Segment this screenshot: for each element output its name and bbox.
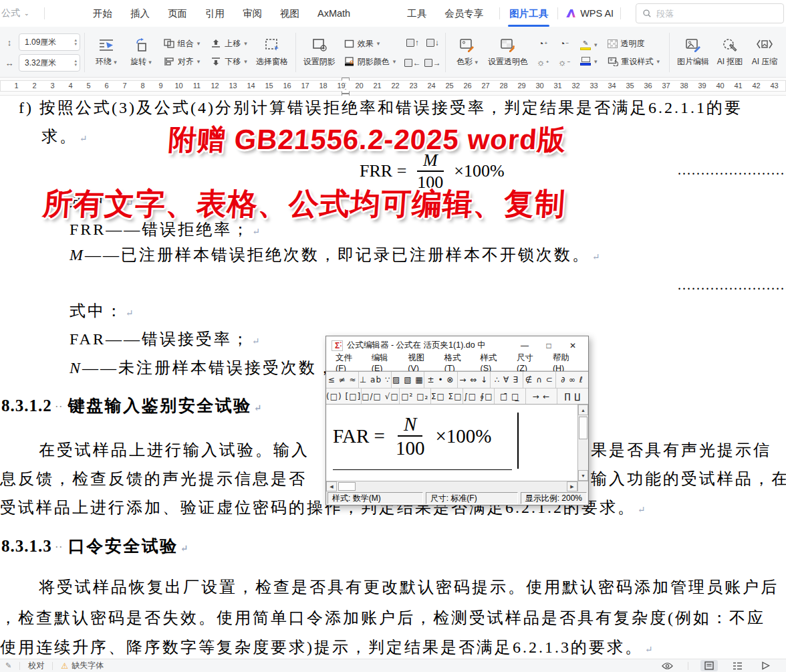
border-color-button[interactable]: ▾ (577, 55, 600, 67)
ribbon-tab[interactable]: 引用 (205, 7, 225, 20)
equation-editor-window[interactable]: Σ▪▪ 公式编辑器 - 公式在 活页夹1(1).do 中 — □ ✕ 文件(F)… (325, 336, 589, 506)
play-slideshow-button[interactable] (757, 660, 774, 671)
scroll-up-button[interactable]: ▲ (578, 405, 588, 415)
missing-font-button[interactable]: 缺失字体 (72, 660, 104, 671)
set-transparent-color-button[interactable]: 设置透明色 (485, 36, 531, 69)
template-palette-button[interactable]: ∏ ∐ (557, 388, 588, 404)
spinner-arrows-icon[interactable]: ▴▾ (74, 59, 77, 67)
proofread-button[interactable]: 校对 (28, 660, 44, 671)
symbol-palette-button[interactable]: ± • ⊗ (424, 372, 457, 388)
outline-view-button[interactable] (729, 660, 746, 671)
search-input[interactable] (656, 9, 757, 19)
reset-style-button[interactable]: 重设样式▾ (605, 55, 663, 69)
ai-matting-button[interactable]: AI 抠图 (712, 36, 747, 69)
symbol-palette-button[interactable]: ≤ ≠ ≈ (326, 372, 359, 388)
align-button[interactable]: 对齐▾ (161, 55, 203, 69)
ai-compress-button[interactable]: AI 压缩 (747, 36, 782, 69)
horizontal-ruler[interactable]: 1234567891011121314151617181920212223242… (0, 78, 786, 96)
page-view-button[interactable] (700, 660, 718, 671)
menu-item[interactable]: 文件(F) (330, 352, 366, 373)
shadow-color-button[interactable]: 阴影颜色▾ (342, 55, 399, 69)
template-palette-button[interactable]: (□) [□] (326, 388, 362, 404)
horizontal-scroll-thumb[interactable] (338, 482, 356, 491)
ribbon-tabs: 开始插入页面引用审阅视图AxMath工具会员专享 (93, 7, 483, 20)
ribbon-tab[interactable]: 开始 (93, 7, 112, 20)
symbol-palette-button[interactable]: ∂ ∞ ℓ (556, 372, 588, 388)
width-spinner[interactable]: 3.32厘米 ▴▾ (19, 54, 80, 72)
ribbon-tab[interactable]: 审阅 (243, 7, 262, 20)
menu-item[interactable]: 视图(V) (402, 352, 438, 373)
symbol-palette-button[interactable]: → ⇔ ↓ (458, 372, 491, 388)
menu-item[interactable]: 编辑(E) (366, 352, 402, 373)
close-button[interactable]: ✕ (563, 341, 583, 350)
symbol-palette-button[interactable]: ⊥ ab ∵ (359, 372, 392, 388)
tab-wps-ai[interactable]: WPS AI (565, 7, 614, 19)
application-statusbar: ✎ 校对 ⚠ 缺失字体 (0, 659, 786, 672)
template-palette-button[interactable]: Σ□ Σ□ (431, 388, 463, 404)
search-box[interactable] (636, 3, 784, 23)
scroll-right-button[interactable]: ▶ (567, 481, 577, 491)
minimize-button[interactable]: — (515, 341, 535, 350)
menu-item[interactable]: 帮助(H) (547, 352, 584, 373)
menu-item[interactable]: 样式(S) (475, 352, 511, 373)
ribbon-tab[interactable]: 视图 (280, 7, 299, 20)
ribbon-tab[interactable]: 会员专享 (444, 7, 483, 20)
picture-edit-button[interactable]: 图片编辑 (674, 36, 712, 69)
color-button[interactable]: 色彩 ▾ (450, 36, 485, 69)
style-status[interactable]: 样式: 数学(M) (328, 492, 423, 504)
highlight-color-button[interactable]: ✎ ▾ (577, 38, 600, 51)
nudge-shadow-up-button[interactable]: ↑ (404, 34, 421, 51)
spinner-arrows-icon[interactable]: ▴▾ (74, 38, 77, 46)
height-spinner[interactable]: 1.09厘米 ▴▾ (19, 33, 80, 51)
contrast-down-button[interactable]: ◔− (554, 35, 574, 52)
brightness-up-button[interactable]: ☼+ (533, 53, 553, 71)
set-shadow-button[interactable]: 设置阴影 (300, 36, 339, 69)
transparency-button[interactable]: 透明度 (605, 37, 663, 51)
vertical-scroll-thumb[interactable] (579, 417, 587, 439)
horizontal-scrollbar[interactable]: ◀ ▶ (326, 481, 577, 491)
template-palette-button[interactable]: ∫□ ∮□ (463, 388, 495, 404)
scroll-down-button[interactable]: ▼ (578, 470, 588, 481)
ribbon-tab[interactable]: 工具 (407, 7, 426, 20)
tab-picture-tools[interactable]: 图片工具 (507, 0, 551, 27)
ruler-tick: 30 (531, 82, 549, 90)
menu-item[interactable]: 格式(T) (439, 352, 475, 373)
vertical-scrollbar[interactable]: ▲ ▼ (577, 405, 588, 481)
group-button[interactable]: 组合▾ (161, 37, 203, 51)
heading-title: 口令安全试验 (68, 537, 178, 555)
selection-pane-button[interactable]: 选择窗格 (253, 36, 291, 69)
template-palette-button[interactable]: □/□ √□ (362, 388, 400, 404)
template-palette-button[interactable]: □² □₂ (400, 388, 431, 404)
ruler-tick: 15 (260, 82, 278, 90)
ribbon-tab[interactable]: AxMath (317, 8, 350, 19)
numerator: N (398, 414, 422, 437)
zoom-status[interactable]: 显示比例: 200% (521, 492, 587, 504)
size-status[interactable]: 尺寸: 标准(F) (426, 492, 518, 504)
send-backward-button[interactable]: 下移▾ (208, 55, 250, 69)
effect-button[interactable]: 效果▾ (342, 37, 399, 51)
equation-canvas[interactable]: FAR = N 100 ×100% (326, 405, 577, 481)
template-palette-button[interactable]: □̄ □̲ (495, 388, 526, 404)
scroll-left-button[interactable]: ◀ (326, 481, 337, 491)
maximize-button[interactable]: □ (539, 341, 559, 350)
height-icon: ↕ (4, 37, 15, 47)
nudge-shadow-down-button[interactable]: ↓ (424, 34, 441, 51)
document-tab-selector[interactable]: 公式 ⌄ (0, 7, 37, 19)
ribbon-tab[interactable]: 插入 (130, 7, 150, 20)
symbol-palette-button[interactable]: ∉ ∩ ⊂ (523, 372, 556, 388)
brightness-down-button[interactable]: ☼− (554, 53, 574, 71)
template-palette-button[interactable]: → ← (526, 388, 557, 404)
bring-forward-button[interactable]: 上移▾ (208, 37, 250, 51)
ruler-tick: 13 (224, 82, 242, 90)
dot-leader: ...........................(4) (678, 277, 786, 292)
menu-item[interactable]: 尺寸(Z) (511, 352, 547, 373)
read-mode-button[interactable] (658, 660, 676, 671)
wrap-text-button[interactable]: 环绕 ▾ (89, 36, 124, 69)
nudge-shadow-right-button[interactable]: → (424, 54, 441, 72)
symbol-palette-button[interactable]: ∴ ∀ ∃ (491, 372, 523, 388)
rotate-button[interactable]: 旋转 ▾ (124, 36, 158, 69)
symbol-palette-button[interactable]: ▨ ▧ ▦ (392, 372, 424, 388)
nudge-shadow-left-button[interactable]: ← (404, 54, 421, 72)
ribbon-tab[interactable]: 页面 (168, 7, 187, 20)
contrast-up-button[interactable]: ◔+ (533, 35, 553, 52)
